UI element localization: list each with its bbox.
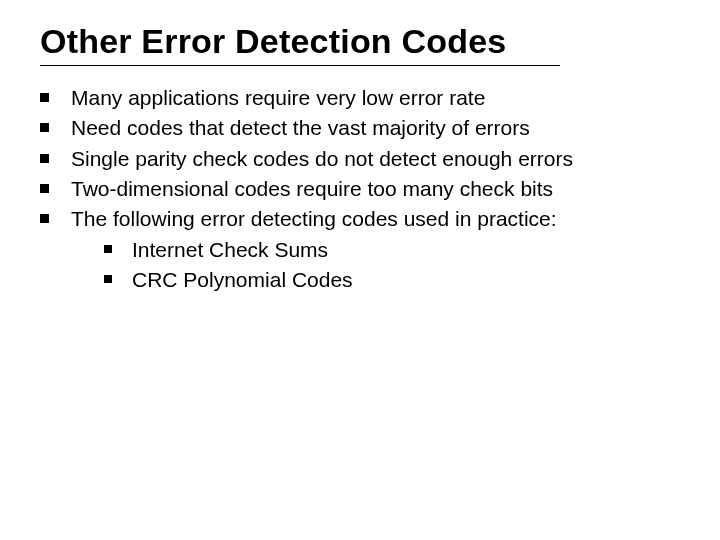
bullet-list: Many applications require very low error…: [40, 84, 680, 294]
list-item: Two-dimensional codes require too many c…: [40, 175, 680, 203]
sub-bullet-list: Internet Check Sums CRC Polynomial Codes: [104, 236, 680, 295]
list-item-text: The following error detecting codes used…: [71, 205, 680, 233]
list-item-text: Need codes that detect the vast majority…: [71, 114, 680, 142]
sub-list-item: CRC Polynomial Codes: [104, 266, 680, 294]
list-item-text: Single parity check codes do not detect …: [71, 145, 680, 173]
slide-title: Other Error Detection Codes: [40, 22, 680, 61]
list-item: Need codes that detect the vast majority…: [40, 114, 680, 142]
bullet-icon: [104, 245, 112, 253]
bullet-icon: [40, 154, 49, 163]
bullet-icon: [104, 275, 112, 283]
list-item-text: Many applications require very low error…: [71, 84, 680, 112]
sub-list-item-text: Internet Check Sums: [132, 236, 680, 264]
list-item-text: Two-dimensional codes require too many c…: [71, 175, 680, 203]
list-item: Single parity check codes do not detect …: [40, 145, 680, 173]
bullet-icon: [40, 184, 49, 193]
slide: Other Error Detection Codes Many applica…: [0, 0, 720, 540]
bullet-icon: [40, 123, 49, 132]
list-item: Many applications require very low error…: [40, 84, 680, 112]
bullet-icon: [40, 93, 49, 102]
sub-list-item-text: CRC Polynomial Codes: [132, 266, 680, 294]
sub-list-item: Internet Check Sums: [104, 236, 680, 264]
title-underline: [40, 65, 560, 66]
list-item: The following error detecting codes used…: [40, 205, 680, 233]
bullet-icon: [40, 214, 49, 223]
